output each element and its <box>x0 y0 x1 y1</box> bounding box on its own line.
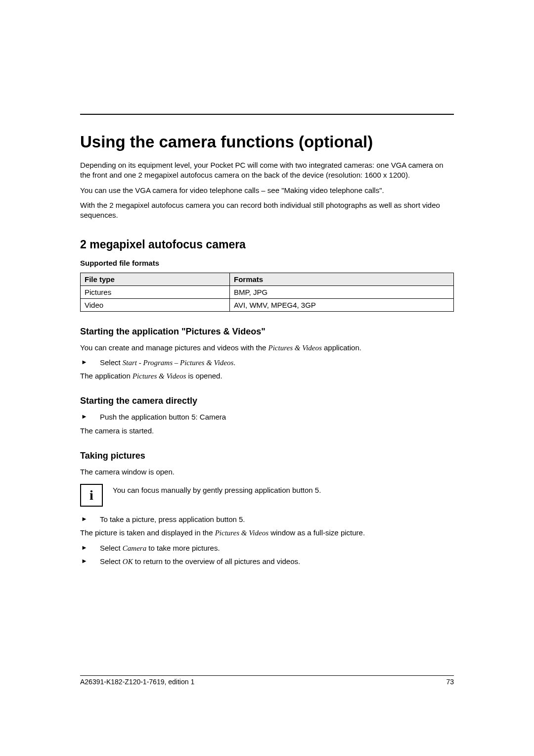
intro-paragraph-1: Depending on its equipment level, your P… <box>80 160 454 181</box>
step-item: Select Start - Programs – Pictures & Vid… <box>80 358 454 368</box>
step-item: Push the application button 5: Camera <box>80 412 454 422</box>
page-footer: A26391-K182-Z120-1-7619, edition 1 73 <box>80 675 454 686</box>
camera-open-text: The camera window is open. <box>80 467 454 477</box>
table-caption: Supported file formats <box>80 258 454 268</box>
subheading-taking-pictures: Taking pictures <box>80 451 454 461</box>
footer-rule <box>80 675 454 676</box>
info-icon: i <box>80 484 103 507</box>
app-name: Pictures & Videos <box>133 372 186 380</box>
table-cell: BMP, JPG <box>230 285 454 298</box>
text: Select <box>100 557 123 566</box>
footer-page-number: 73 <box>446 678 454 686</box>
table-header-formats: Formats <box>230 273 454 285</box>
info-text: You can focus manually by gently pressin… <box>113 484 321 494</box>
info-callout: i You can focus manually by gently press… <box>80 484 454 507</box>
step-item: Select OK to return to the overview of a… <box>80 557 454 567</box>
text: You can create and manage pictures and v… <box>80 343 268 352</box>
intro-paragraph-2: You can use the VGA camera for video tel… <box>80 186 454 195</box>
text: Select <box>100 544 123 552</box>
menu-path: Start - Programs – Pictures & Videos <box>123 359 233 367</box>
step-item: To take a picture, press application but… <box>80 515 454 524</box>
footer-doc-id: A26391-K182-Z120-1-7619, edition 1 <box>80 678 194 686</box>
table-cell: AVI, WMV, MPEG4, 3GP <box>230 298 454 311</box>
table-header-filetype: File type <box>81 273 230 285</box>
table-row: Video AVI, WMV, MPEG4, 3GP <box>81 298 454 311</box>
text: . <box>233 358 235 367</box>
text: is opened. <box>186 372 222 380</box>
section-heading-camera: 2 megapixel autofocus camera <box>80 238 454 251</box>
text: window as a full-size picture. <box>268 528 365 537</box>
subheading-start-direct: Starting the camera directly <box>80 396 454 406</box>
ui-label: Camera <box>123 544 146 552</box>
table-cell: Video <box>81 298 230 311</box>
text: application. <box>322 343 361 352</box>
step-item: Select Camera to take more pictures. <box>80 543 454 553</box>
start-direct-result: The camera is started. <box>80 426 454 436</box>
table-cell: Pictures <box>81 285 230 298</box>
text: to take more pictures. <box>146 544 220 552</box>
subheading-start-app: Starting the application "Pictures & Vid… <box>80 327 454 337</box>
app-name: Pictures & Videos <box>215 529 268 537</box>
top-rule <box>80 114 454 115</box>
intro-paragraph-3: With the 2 megapixel autofocus camera yo… <box>80 200 454 221</box>
text: The application <box>80 372 133 380</box>
text: The picture is taken and displayed in th… <box>80 528 215 537</box>
text: Select <box>100 358 123 367</box>
text: to return to the overview of all picture… <box>133 557 301 566</box>
start-app-result: The application Pictures & Videos is ope… <box>80 371 454 381</box>
app-name: Pictures & Videos <box>268 344 322 352</box>
picture-taken-text: The picture is taken and displayed in th… <box>80 528 454 538</box>
page-body: Using the camera functions (optional) De… <box>80 0 454 567</box>
start-app-intro: You can create and manage pictures and v… <box>80 343 454 353</box>
page-title: Using the camera functions (optional) <box>80 133 454 151</box>
formats-table: File type Formats Pictures BMP, JPG Vide… <box>80 273 454 312</box>
table-row: Pictures BMP, JPG <box>81 285 454 298</box>
ui-label: OK <box>123 558 133 566</box>
